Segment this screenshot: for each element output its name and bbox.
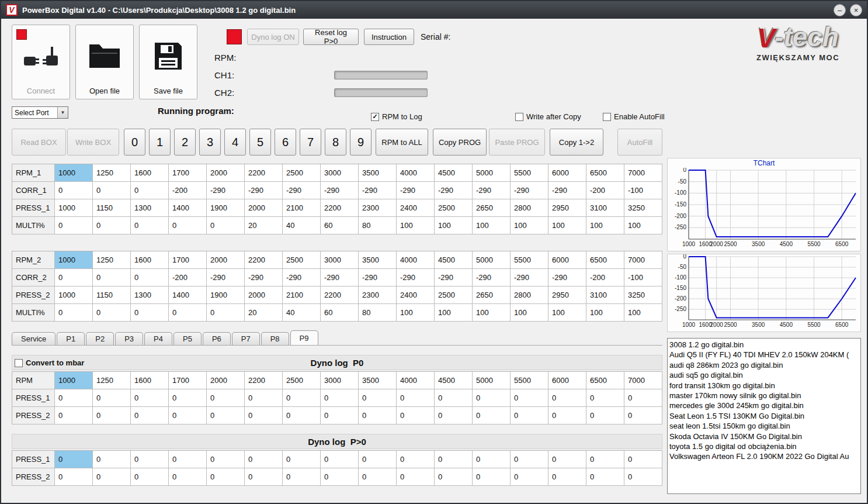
grid-cell[interactable]: 5000 [473,372,511,389]
grid-cell[interactable]: 0 [473,451,511,468]
grid-cell[interactable]: -290 [397,269,435,286]
grid-cell[interactable]: 6000 [548,164,586,182]
grid-cell[interactable]: 100 [435,304,473,322]
grid-cell[interactable]: 0 [511,407,548,424]
grid-cell[interactable]: 0 [624,451,662,468]
grid-cell[interactable]: 0 [321,468,359,486]
grid-cell[interactable]: 1000 [55,286,93,304]
grid-cell[interactable]: 2200 [245,164,283,182]
grid-cell[interactable]: 20 [245,217,283,234]
grid-cell[interactable]: 0 [283,451,321,468]
grid-cell[interactable]: 0 [55,407,93,424]
grid-cell[interactable]: 100 [624,217,662,234]
grid-cell[interactable]: 0 [586,407,624,424]
grid-cell[interactable]: -290 [511,269,548,286]
grid-cell[interactable]: 0 [548,468,586,486]
dyno-log-on-button[interactable]: Dyno log ON [247,29,299,45]
grid-cell[interactable]: 100 [624,304,662,322]
reset-log-button[interactable]: Reset log P>0 [303,29,359,45]
connect-button[interactable]: Connect [12,25,70,99]
grid-cell[interactable]: 1700 [169,372,207,389]
checkbox-box[interactable] [603,113,611,121]
grid-cell[interactable]: -290 [245,269,283,286]
grid-cell[interactable]: -290 [207,269,245,286]
grid-cell[interactable]: 1900 [207,286,245,304]
grid-cell[interactable]: 0 [511,451,548,468]
grid-cell[interactable]: 2400 [397,199,435,217]
grid-cell[interactable]: 0 [169,389,207,407]
grid-cell[interactable]: 0 [321,407,359,424]
grid-cell[interactable]: 1250 [93,164,131,182]
tab-p7[interactable]: P7 [232,332,260,345]
digit-0-button[interactable]: 0 [124,129,145,156]
grid-cell[interactable]: 6000 [548,372,586,389]
grid-cell[interactable]: 2650 [473,199,511,217]
grid-cell[interactable]: 2200 [321,199,359,217]
minimize-button[interactable]: – [834,4,846,16]
digit-1-button[interactable]: 1 [149,129,171,156]
grid-cell[interactable]: 0 [93,269,131,286]
paste-prog-button[interactable]: Paste PROG [489,129,545,156]
grid-cell[interactable]: 0 [207,451,245,468]
digit-8-button[interactable]: 8 [325,129,346,156]
grid-cell[interactable]: 0 [359,468,397,486]
grid-cell[interactable]: 1300 [131,286,169,304]
grid-cell[interactable]: 0 [283,407,321,424]
grid-cell[interactable]: -290 [511,182,548,199]
grid-cell[interactable]: -290 [359,269,397,286]
digit-3-button[interactable]: 3 [199,129,221,156]
grid-cell[interactable]: 0 [169,304,207,322]
grid-cell[interactable]: 0 [131,217,169,234]
grid-cell[interactable]: 0 [207,304,245,322]
checkbox-box[interactable] [15,359,23,367]
grid-cell[interactable]: 0 [131,389,169,407]
grid-cell[interactable]: 80 [359,304,397,322]
grid-cell[interactable]: 20 [245,304,283,322]
grid-cell[interactable]: 2800 [511,286,548,304]
grid-cell[interactable]: 60 [321,217,359,234]
grid-cell[interactable]: 100 [397,217,435,234]
file-list-item[interactable]: 3008 1.2 go digital.bin [669,340,859,350]
grid-cell[interactable]: 2100 [283,199,321,217]
grid-cell[interactable]: 0 [93,451,131,468]
grid-cell[interactable]: 0 [548,407,586,424]
grid-cell[interactable]: 2400 [397,286,435,304]
grid-cell[interactable]: 0 [55,304,93,322]
grid-cell[interactable]: 1000 [55,372,93,389]
grid-cell[interactable]: 7000 [624,372,662,389]
grid-cell[interactable]: -290 [548,182,586,199]
grid-cell[interactable]: 0 [169,407,207,424]
grid-cell[interactable]: 6500 [586,251,624,269]
grid-cell[interactable]: 3100 [586,286,624,304]
rpm-to-all-button[interactable]: RPM to ALL [376,129,428,156]
grid-cell[interactable]: 4000 [397,372,435,389]
grid-cell[interactable]: -290 [321,182,359,199]
grid-cell[interactable]: 3250 [624,286,662,304]
dropdown-arrow-icon[interactable]: ▼ [57,107,68,118]
grid-cell[interactable]: 0 [359,451,397,468]
grid-cell[interactable]: 0 [473,468,511,486]
grid-cell[interactable]: 6500 [586,164,624,182]
grid-cell[interactable]: 1000 [55,251,93,269]
grid-cell[interactable]: 100 [586,217,624,234]
port-select[interactable]: Select Port ▼ [12,106,68,119]
grid-cell[interactable]: 2200 [245,251,283,269]
grid-cell[interactable]: 0 [245,389,283,407]
grid-cell[interactable]: 1400 [169,199,207,217]
grid-cell[interactable]: 0 [169,468,207,486]
grid-cell[interactable]: 0 [55,182,93,199]
tab-service[interactable]: Service [12,332,55,345]
file-list-item[interactable]: toyota 1.5 go digital od obciążenia.bin [669,441,859,451]
grid-cell[interactable]: 1250 [93,372,131,389]
grid-cell[interactable]: 2800 [511,199,548,217]
grid-cell[interactable]: 0 [207,389,245,407]
grid-cell[interactable]: 2650 [473,286,511,304]
grid-cell[interactable]: 5000 [473,164,511,182]
grid-cell[interactable]: -290 [473,182,511,199]
rpm-to-log-checkbox[interactable]: RPM to Log [371,112,422,121]
write-after-copy-checkbox[interactable]: Write after Copy [515,112,581,121]
grid-cell[interactable]: 0 [55,269,93,286]
copy-1-to-2-button[interactable]: Copy 1->2 [550,129,603,156]
grid-cell[interactable]: 0 [207,407,245,424]
grid-cell[interactable]: 5500 [511,164,548,182]
